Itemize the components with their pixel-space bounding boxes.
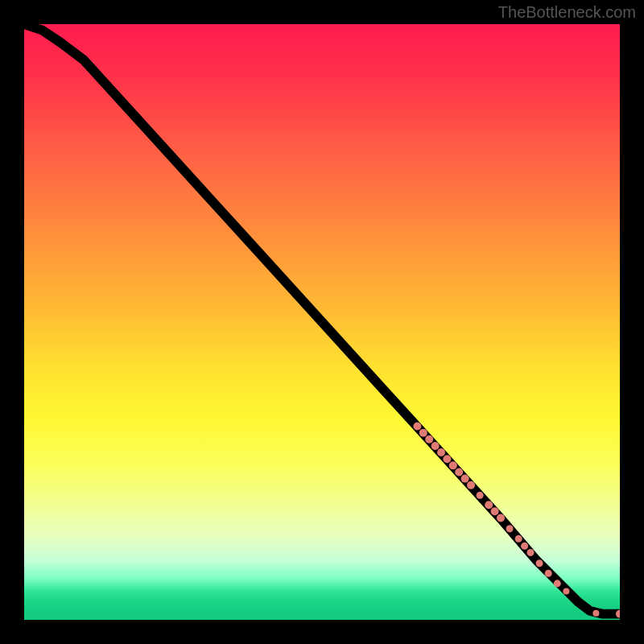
marker-group	[413, 422, 620, 617]
curve-svg	[24, 24, 620, 620]
plot-area	[24, 24, 620, 620]
data-marker	[443, 455, 451, 463]
data-marker	[461, 475, 469, 483]
data-marker	[455, 468, 463, 476]
data-marker	[431, 442, 440, 450]
data-marker	[506, 525, 514, 532]
chart-frame: TheBottleneck.com	[0, 0, 644, 644]
data-marker	[592, 610, 599, 617]
data-marker	[485, 501, 493, 509]
data-marker	[425, 436, 433, 444]
data-marker	[437, 448, 445, 456]
watermark-text: TheBottleneck.com	[498, 3, 636, 22]
data-marker	[545, 570, 552, 577]
data-marker	[521, 543, 528, 550]
data-marker	[497, 514, 505, 522]
data-marker	[515, 535, 522, 543]
data-marker	[467, 481, 475, 489]
data-marker	[491, 507, 499, 515]
data-marker	[554, 580, 561, 587]
data-marker	[527, 549, 535, 556]
data-marker	[419, 429, 427, 437]
curve-line	[24, 24, 620, 614]
data-marker	[449, 461, 457, 469]
data-marker	[536, 559, 543, 567]
data-marker	[563, 588, 569, 594]
data-marker	[413, 422, 421, 430]
data-marker	[477, 492, 484, 499]
